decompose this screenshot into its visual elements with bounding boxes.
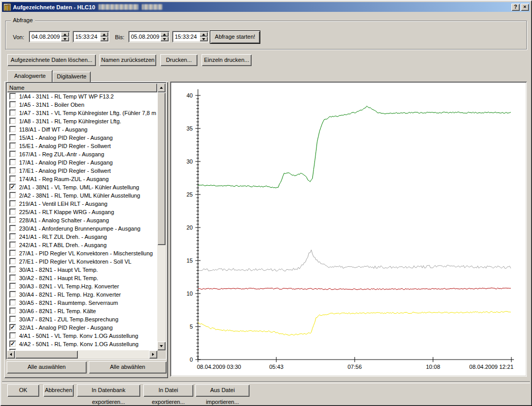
- item-checkbox[interactable]: [9, 93, 16, 100]
- hscroll-thumb[interactable]: [15, 350, 78, 359]
- list-item[interactable]: 30/A1 - 82N1 - Haupt VL Temp.: [7, 266, 157, 274]
- bis-date-spin-down-icon[interactable]: [160, 37, 169, 41]
- item-checkbox[interactable]: [9, 208, 16, 215]
- hscroll-right-button[interactable]: [149, 350, 157, 359]
- item-checkbox[interactable]: [9, 332, 16, 339]
- von-time-spin-up-icon[interactable]: [100, 32, 108, 37]
- item-checkbox[interactable]: [9, 109, 16, 116]
- item-checkbox[interactable]: ✓: [9, 324, 16, 331]
- vscroll-thumb[interactable]: [157, 92, 165, 245]
- item-checkbox[interactable]: [9, 291, 16, 298]
- list-item[interactable]: 1/A4 - 31N1 - RL Temp WT WP F13.2: [7, 92, 157, 101]
- von-date-spin-up-icon[interactable]: [61, 32, 69, 37]
- ok-button[interactable]: OK: [7, 384, 39, 397]
- list-item[interactable]: 30/A6 - 82N1 - RL Temp. Kälte: [7, 307, 157, 315]
- item-checkbox[interactable]: ✓: [9, 184, 16, 190]
- bis-date-spin-up-icon[interactable]: [160, 32, 169, 37]
- von-time-spin-down-icon[interactable]: [100, 37, 108, 41]
- bis-time-spin-up-icon[interactable]: [200, 32, 208, 37]
- list-item[interactable]: 27/E1 - PID Regler VL Konvektoren - Soll…: [7, 257, 157, 266]
- list-item[interactable]: 30/A3 - 82N1 - VL Temp.Hzg. Konverter: [7, 282, 157, 290]
- list-item[interactable]: ✓2/A1 - 38N1 - VL Temp. UML- Kühler Aust…: [7, 183, 157, 191]
- item-checkbox[interactable]: [9, 258, 16, 265]
- export-database-button[interactable]: In Datenbank exportieren...: [77, 384, 140, 397]
- list-item[interactable]: ✓4/A2 - 50N1 - RL Temp. Konv 1.OG Ausste…: [7, 340, 157, 348]
- item-checkbox[interactable]: [9, 225, 16, 232]
- list-item[interactable]: 30/A4 - 82N1 - RL Temp. Hzg. Konverter: [7, 290, 157, 299]
- item-checkbox[interactable]: [9, 283, 16, 289]
- item-checkbox[interactable]: ✓: [9, 340, 16, 347]
- tab-digitalwerte[interactable]: Digitalwerte: [53, 72, 91, 82]
- list-item[interactable]: 4/A1 - 50N1 - VL Temp. Konv 1.OG Ausstel…: [7, 332, 157, 340]
- item-checkbox[interactable]: [9, 217, 16, 223]
- vscroll-up-button[interactable]: [157, 83, 165, 92]
- von-date-field[interactable]: 04.08.2009: [29, 31, 70, 42]
- item-checkbox[interactable]: [9, 151, 16, 157]
- bis-time-value[interactable]: 15:33:24: [175, 31, 200, 42]
- list-item[interactable]: 225/A1 - RLT Klappe WRG - Ausgang: [7, 208, 157, 216]
- list-item[interactable]: 1/A8 - 31N1 - RL Temp Kühlregister Lftg.: [7, 117, 157, 125]
- list-item[interactable]: 1/A7 - 31N1 - VL Temp Kühlregister Lftg.…: [7, 109, 157, 117]
- bis-date-value[interactable]: 05.08.2009: [131, 31, 160, 42]
- list-item[interactable]: 174/A1 - Reg Raum-ZUL - Ausgang: [7, 175, 157, 183]
- cancel-button[interactable]: Abbrechen: [43, 384, 74, 397]
- import-file-button[interactable]: Aus Datei importieren...: [195, 384, 250, 397]
- list-item[interactable]: 219/A1 - Ventil LEH RLT - Ausgang: [7, 200, 157, 208]
- deselect-all-button[interactable]: Alle abwählen: [89, 361, 167, 373]
- list-item[interactable]: 30/A2 - 82N1 - Haupt RL Temp.: [7, 274, 157, 282]
- list-item[interactable]: 2/A2 - 38N1 - RL Temp. UML Kühler Ausste…: [7, 191, 157, 200]
- close-button[interactable]: ✕: [521, 4, 529, 11]
- list-item[interactable]: 167/A1 - Reg ZUL-Antr - Ausgang: [7, 150, 157, 158]
- list-item[interactable]: 15/E1 - Analog PID Regler - Sollwert: [7, 142, 157, 150]
- vscroll-down-button[interactable]: [157, 342, 165, 350]
- item-checkbox[interactable]: [9, 233, 16, 240]
- item-checkbox[interactable]: [9, 250, 16, 256]
- item-checkbox[interactable]: [9, 266, 16, 273]
- item-checkbox[interactable]: [9, 192, 16, 199]
- item-checkbox[interactable]: [9, 299, 16, 306]
- list-item[interactable]: 27/A1 - PID Regler VL Konvektoren - Misc…: [7, 249, 157, 257]
- delete-recorded-data-button[interactable]: Aufgezeichnete Daten löschen...: [7, 54, 96, 66]
- item-checkbox[interactable]: [9, 175, 16, 182]
- von-date-spin-down-icon[interactable]: [61, 37, 69, 41]
- list-item[interactable]: 17/E1 - Analog PID Regler - Sollwert: [7, 167, 157, 175]
- item-checkbox[interactable]: [9, 126, 16, 133]
- export-file-button[interactable]: In Datei exportieren...: [143, 384, 193, 397]
- item-checkbox[interactable]: [9, 134, 16, 141]
- item-checkbox[interactable]: [9, 274, 16, 281]
- list-item[interactable]: 118/A1 - Diff WT - Ausgang: [7, 125, 157, 134]
- list-item[interactable]: 30/A5 - 82N1 - Raumtemp. Serverraum: [7, 299, 157, 307]
- start-query-button[interactable]: Abfrage starten!: [210, 30, 260, 44]
- hscroll-left-button[interactable]: [7, 350, 15, 359]
- list-item[interactable]: 15/A1 - Analog PID Regler - Ausgang: [7, 134, 157, 142]
- list-item[interactable]: 228/A1 - Analog Schalter - Ausgang: [7, 216, 157, 224]
- print-single-button[interactable]: Einzeln drucken...: [202, 54, 252, 66]
- item-checkbox[interactable]: [9, 159, 16, 166]
- list-item[interactable]: 17/A1 - Analog PID Regler - Ausgang: [7, 158, 157, 167]
- bis-date-field[interactable]: 05.08.2009: [128, 31, 170, 42]
- reset-names-button[interactable]: Namen zurücksetzen: [99, 54, 156, 66]
- item-checkbox[interactable]: [9, 316, 16, 322]
- von-time-value[interactable]: 15:33:24: [75, 31, 100, 42]
- list-item[interactable]: ✓32/A1 - Analog PID Regler - Ausgang: [7, 323, 157, 332]
- item-checkbox[interactable]: [9, 241, 16, 248]
- list-item[interactable]: 1/A5 - 31N1 - Boiler Oben: [7, 101, 157, 109]
- name-column-header[interactable]: Name: [7, 83, 157, 92]
- item-checkbox[interactable]: [9, 200, 16, 207]
- von-date-value[interactable]: 04.08.2009: [31, 31, 61, 42]
- bis-time-spin-down-icon[interactable]: [200, 37, 208, 41]
- von-time-field[interactable]: 15:33:24: [73, 31, 109, 42]
- bis-time-field[interactable]: 15:33:24: [172, 31, 209, 42]
- select-all-button[interactable]: Alle auswählen: [7, 361, 87, 373]
- list-item[interactable]: 242/A1 - RLT ABL Dreh. - Ausgang: [7, 241, 157, 249]
- list-item[interactable]: 30/A7 - 82N1 - ZUL Temp.Besprechung: [7, 315, 157, 323]
- list-item[interactable]: 230/A1 - Anforderung Brunnenpumpe - Ausg…: [7, 224, 157, 233]
- print-button[interactable]: Drucken...: [160, 54, 197, 66]
- item-checkbox[interactable]: [9, 307, 16, 314]
- item-checkbox[interactable]: [9, 118, 16, 124]
- item-checkbox[interactable]: [9, 167, 16, 174]
- item-checkbox[interactable]: [9, 142, 16, 149]
- tab-analogwerte[interactable]: Analogwerte: [7, 70, 53, 82]
- list-item[interactable]: 241/A1 - RLT ZUL Dreh. - Ausgang: [7, 233, 157, 241]
- help-button[interactable]: ?: [511, 4, 520, 11]
